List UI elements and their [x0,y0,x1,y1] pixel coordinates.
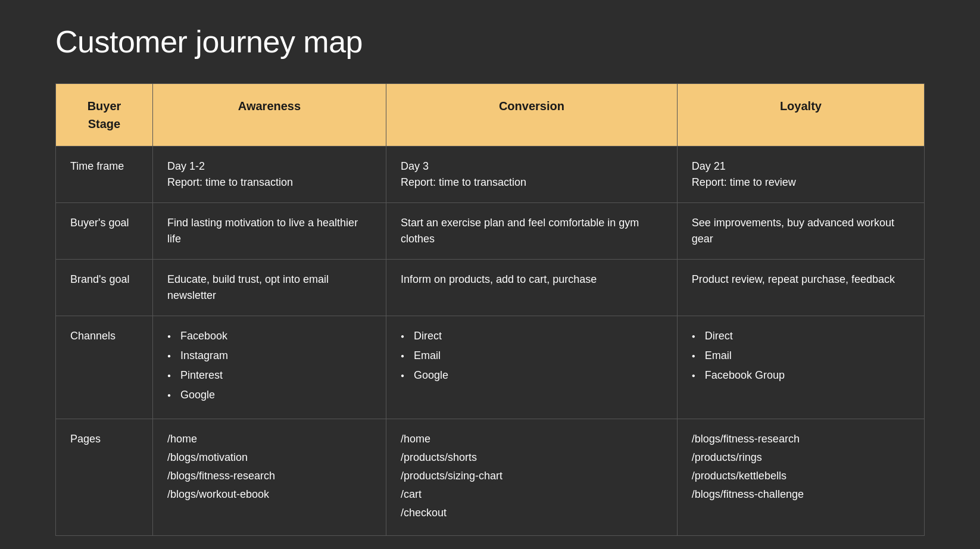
journey-table: Buyer Stage Awareness Conversion Loyalty… [55,83,925,536]
list-item: /blogs/fitness-research [167,468,372,484]
cell-awareness-pages: /home /blogs/motivation /blogs/fitness-r… [152,419,386,536]
header-buyer-stage: Buyer Stage [56,84,153,146]
cell-loyalty-buyers-goal: See improvements, buy advanced workout g… [677,203,924,260]
cell-conversion-brands-goal: Inform on products, add to cart, purchas… [386,260,678,316]
loyalty-channel-list: Direct Email Facebook Group [692,328,910,383]
conversion-channel-list: Direct Email Google [401,328,663,383]
cell-awareness-brands-goal: Educate, build trust, opt into email new… [152,260,386,316]
cell-loyalty-brands-goal: Product review, repeat purchase, feedbac… [677,260,924,316]
cell-conversion-channels: Direct Email Google [386,316,678,419]
row-label-channels: Channels [56,316,153,419]
cell-conversion-buyers-goal: Start an exercise plan and feel comforta… [386,203,678,260]
table-row-brands-goal: Brand's goal Educate, build trust, opt i… [56,260,925,316]
list-item: Instagram [167,348,372,364]
conversion-pages-list: /home /products/shorts /products/sizing-… [401,431,663,521]
list-item: Email [401,348,663,364]
table-row-time-frame: Time frame Day 1-2Report: time to transa… [56,146,925,203]
cell-conversion-pages: /home /products/shorts /products/sizing-… [386,419,678,536]
row-label-pages: Pages [56,419,153,536]
table-header-row: Buyer Stage Awareness Conversion Loyalty [56,84,925,146]
list-item: /products/shorts [401,450,663,466]
list-item: /home [401,431,663,447]
list-item: /blogs/fitness-challenge [692,486,910,503]
cell-loyalty-pages: /blogs/fitness-research /products/rings … [677,419,924,536]
list-item: Email [692,348,910,364]
list-item: Pinterest [167,367,372,383]
loyalty-pages-list: /blogs/fitness-research /products/rings … [692,431,910,503]
list-item: /cart [401,486,663,503]
list-item: Direct [401,328,663,344]
header-loyalty: Loyalty [677,84,924,146]
list-item: Facebook Group [692,367,910,383]
row-label-time-frame: Time frame [56,146,153,203]
awareness-channel-list: Facebook Instagram Pinterest Google [167,328,372,403]
list-item: /home [167,431,372,447]
awareness-pages-list: /home /blogs/motivation /blogs/fitness-r… [167,431,372,503]
cell-loyalty-time-frame: Day 21Report: time to review [677,146,924,203]
row-label-buyers-goal: Buyer's goal [56,203,153,260]
table-row-buyers-goal: Buyer's goal Find lasting motivation to … [56,203,925,260]
list-item: /blogs/motivation [167,450,372,466]
page-title: Customer journey map [55,24,925,60]
list-item: /products/kettlebells [692,468,910,484]
row-label-brands-goal: Brand's goal [56,260,153,316]
list-item: /blogs/workout-ebook [167,486,372,503]
list-item: /products/rings [692,450,910,466]
page-container: Customer journey map Buyer Stage Awarene… [55,24,925,536]
list-item: Google [401,367,663,383]
table-row-pages: Pages /home /blogs/motivation /blogs/fit… [56,419,925,536]
header-awareness: Awareness [152,84,386,146]
list-item: Direct [692,328,910,344]
cell-awareness-buyers-goal: Find lasting motivation to live a health… [152,203,386,260]
cell-awareness-channels: Facebook Instagram Pinterest Google [152,316,386,419]
list-item: /blogs/fitness-research [692,431,910,447]
table-row-channels: Channels Facebook Instagram Pinterest Go… [56,316,925,419]
list-item: /products/sizing-chart [401,468,663,484]
header-conversion: Conversion [386,84,678,146]
list-item: Google [167,387,372,403]
list-item: Facebook [167,328,372,344]
list-item: /checkout [401,505,663,521]
cell-conversion-time-frame: Day 3Report: time to transaction [386,146,678,203]
cell-awareness-time-frame: Day 1-2Report: time to transaction [152,146,386,203]
cell-loyalty-channels: Direct Email Facebook Group [677,316,924,419]
